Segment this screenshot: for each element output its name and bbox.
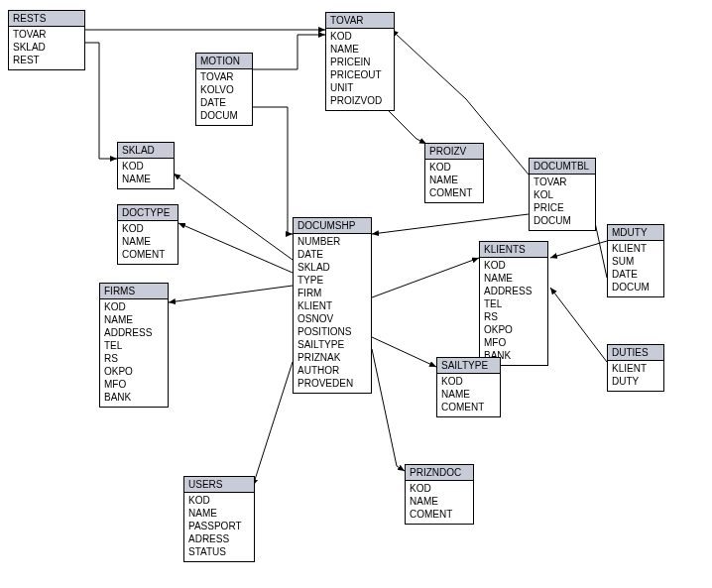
table-body: TOVAR KOL PRICE DOCUM [530, 175, 595, 230]
table-title: SKLAD [118, 143, 174, 159]
field: NAME [330, 43, 390, 56]
table-title: SAILTYPE [437, 358, 500, 374]
field: DOCUM [200, 109, 248, 122]
field: OKPO [484, 323, 543, 336]
table-tovar[interactable]: TOVAR KOD NAME PRICEIN PRICEOUT UNIT PRO… [325, 12, 395, 111]
field: NAME [122, 235, 174, 248]
table-title: MOTION [196, 54, 252, 69]
table-title: DOCUMSHP [294, 218, 371, 234]
field: MFO [484, 336, 543, 349]
field: BANK [104, 391, 164, 404]
field: NAME [484, 272, 543, 285]
field: AUTHOR [297, 364, 367, 377]
field: PROVEDEN [297, 377, 367, 390]
table-title: MDUTY [608, 225, 663, 241]
table-title: PROIZV [425, 144, 483, 160]
table-documshp[interactable]: DOCUMSHP NUMBER DATE SKLAD TYPE FIRM KLI… [293, 217, 372, 394]
table-klients[interactable]: KLIENTS KOD NAME ADDRESS TEL RS OKPO MFO… [479, 241, 548, 366]
field: KOD [188, 494, 250, 507]
table-body: KOD NAME PRICEIN PRICEOUT UNIT PROIZVOD [326, 29, 394, 110]
table-mduty[interactable]: MDUTY KLIENT SUM DATE DOCUM [607, 224, 664, 297]
field: DUTY [612, 375, 659, 388]
field: KLIENT [612, 242, 659, 255]
field: POSITIONS [297, 325, 367, 338]
field: PRICE [534, 201, 591, 214]
field: DOCUM [612, 281, 659, 294]
field: COMENT [122, 248, 174, 261]
table-proizv[interactable]: PROIZV KOD NAME COMENT [424, 143, 484, 203]
field: ADRESS [188, 532, 250, 545]
table-body: KOD NAME COMENT [406, 481, 473, 524]
field: ADDRESS [484, 285, 543, 297]
field: MFO [104, 378, 164, 391]
field: NAME [188, 507, 250, 520]
field: SAILTYPE [297, 338, 367, 351]
field: DATE [297, 248, 367, 261]
field: KOD [441, 375, 496, 388]
field: DATE [612, 268, 659, 281]
field: NAME [429, 174, 479, 186]
table-title: USERS [184, 477, 254, 493]
table-users[interactable]: USERS KOD NAME PASSPORT ADRESS STATUS [183, 476, 255, 562]
table-body: TOVAR SKLAD REST [9, 27, 84, 69]
table-doctype[interactable]: DOCTYPE KOD NAME COMENT [117, 204, 178, 265]
field: KOD [122, 160, 170, 173]
table-body: KLIENT SUM DATE DOCUM [608, 241, 663, 296]
table-body: KOD NAME COMENT [437, 374, 500, 416]
table-body: KLIENT DUTY [608, 361, 663, 391]
field: KOD [429, 161, 479, 174]
field: PRICEOUT [330, 68, 390, 81]
field: DOCUM [534, 214, 591, 227]
field: NUMBER [297, 235, 367, 248]
field: PRICEIN [330, 56, 390, 68]
field: ADDRESS [104, 326, 164, 339]
field: RS [484, 310, 543, 323]
field: TEL [484, 297, 543, 310]
table-rests[interactable]: RESTS TOVAR SKLAD REST [8, 10, 85, 70]
field: FIRM [297, 287, 367, 299]
field: KOD [330, 30, 390, 43]
field: TYPE [297, 274, 367, 287]
field: UNIT [330, 81, 390, 94]
field: RS [104, 352, 164, 365]
field: NAME [122, 173, 170, 185]
table-duties[interactable]: DUTIES KLIENT DUTY [607, 344, 664, 392]
table-body: NUMBER DATE SKLAD TYPE FIRM KLIENT OSNOV… [294, 234, 371, 393]
field: SUM [612, 255, 659, 268]
table-sklad[interactable]: SKLAD KOD NAME [117, 142, 175, 189]
field: DATE [200, 96, 248, 109]
field: KOD [104, 300, 164, 313]
table-title: PRIZNDOC [406, 465, 473, 481]
field: TOVAR [13, 28, 80, 41]
field: COMENT [441, 401, 496, 413]
field: KOL [534, 188, 591, 201]
table-firms[interactable]: FIRMS KOD NAME ADDRESS TEL RS OKPO MFO B… [99, 283, 169, 408]
field: TOVAR [534, 176, 591, 188]
table-body: KOD NAME [118, 159, 174, 188]
table-title: FIRMS [100, 284, 168, 299]
field: KLIENT [297, 299, 367, 312]
field: PROIZVOD [330, 94, 390, 107]
field: STATUS [188, 545, 250, 558]
table-sailtype[interactable]: SAILTYPE KOD NAME COMENT [436, 357, 501, 417]
field: COMENT [429, 186, 479, 199]
field: NAME [441, 388, 496, 401]
field: TEL [104, 339, 164, 352]
field: PRIZNAK [297, 351, 367, 364]
field: KOD [122, 222, 174, 235]
table-prizndoc[interactable]: PRIZNDOC KOD NAME COMENT [405, 464, 474, 525]
table-title: KLIENTS [480, 242, 547, 258]
table-body: KOD NAME ADDRESS TEL RS OKPO MFO BANK [480, 258, 547, 365]
table-body: TOVAR KOLVO DATE DOCUM [196, 69, 252, 125]
table-motion[interactable]: MOTION TOVAR KOLVO DATE DOCUM [195, 53, 253, 126]
field: REST [13, 54, 80, 66]
table-body: KOD NAME ADDRESS TEL RS OKPO MFO BANK [100, 299, 168, 407]
field: KOD [410, 482, 469, 495]
table-title: DOCTYPE [118, 205, 178, 221]
field: PASSPORT [188, 520, 250, 532]
field: SKLAD [13, 41, 80, 54]
field: KOLVO [200, 83, 248, 96]
field: TOVAR [200, 70, 248, 83]
table-body: KOD NAME COMENT [118, 221, 178, 264]
table-documtbl[interactable]: DOCUMTBL TOVAR KOL PRICE DOCUM [529, 158, 596, 231]
